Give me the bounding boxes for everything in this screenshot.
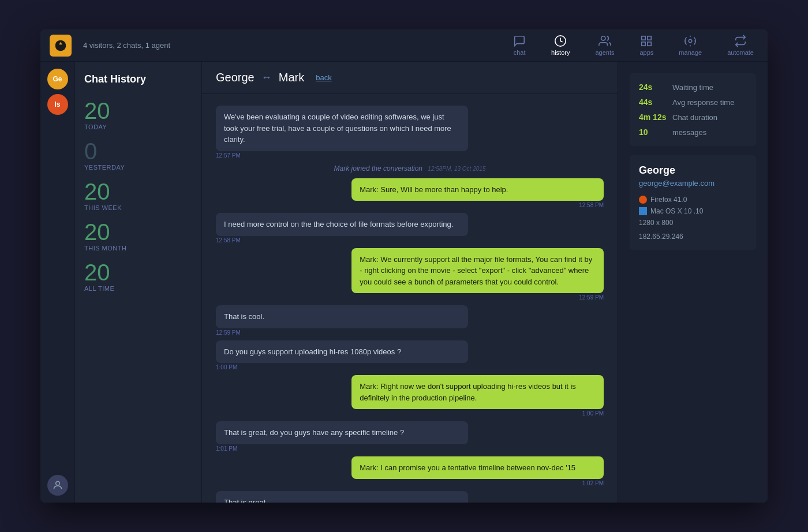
message-3: I need more control on the the choice of… bbox=[216, 213, 468, 243]
stat-duration-desc: Chat duration bbox=[672, 113, 717, 122]
stat-messages-desc: messages bbox=[672, 128, 706, 137]
stat-thisweek: 20 THIS WEEK bbox=[84, 180, 192, 211]
message-4: Mark: We currently support all the major… bbox=[351, 248, 604, 301]
message-4-time: 12:59 PM bbox=[351, 294, 604, 301]
chat-to-name: Mark bbox=[279, 71, 304, 84]
stat-thisweek-number: 20 bbox=[84, 180, 192, 203]
message-8-time: 1:01 PM bbox=[216, 445, 468, 452]
system-message-1-timestamp: 12:58PM, 13 Oct 2015 bbox=[428, 166, 485, 172]
message-7-time: 1:00 PM bbox=[351, 410, 604, 417]
message-5: That is cool. 12:59 PM bbox=[216, 305, 468, 336]
stat-alltime-number: 20 bbox=[84, 261, 192, 284]
app-window: 4 visitors, 2 chats, 1 agent chat histor… bbox=[40, 29, 768, 503]
message-10-text: That is great. bbox=[216, 491, 468, 503]
nav-item-history[interactable]: history bbox=[547, 32, 574, 58]
visitor-resolution: 1280 x 800 bbox=[639, 219, 747, 227]
stat-response-value: 44s bbox=[639, 98, 668, 107]
message-8-text: That is great, do you guys have any spec… bbox=[216, 421, 468, 444]
message-7-text: Mark: Right now we don't support uploadi… bbox=[351, 375, 604, 409]
nav-label-manage: manage bbox=[679, 49, 702, 56]
stat-waiting-value: 24s bbox=[639, 83, 668, 92]
message-5-time: 12:59 PM bbox=[216, 329, 468, 336]
visitor-card: George george@example.com Firefox 41.0 M… bbox=[630, 155, 756, 250]
top-bar: 4 visitors, 2 chats, 1 agent chat histor… bbox=[40, 29, 768, 62]
nav-item-manage[interactable]: manage bbox=[674, 32, 706, 58]
stat-today-label: TODAY bbox=[84, 123, 192, 130]
info-panel: 24s Waiting time 44s Avg response time 4… bbox=[618, 62, 768, 503]
stat-alltime: 20 ALL TIME bbox=[84, 261, 192, 292]
message-2-time: 12:58 PM bbox=[351, 202, 604, 208]
message-8: That is great, do you guys have any spec… bbox=[216, 421, 468, 452]
back-link[interactable]: back bbox=[316, 73, 331, 82]
user-icon[interactable] bbox=[47, 475, 68, 496]
history-sidebar: Chat History 20 TODAY 0 YESTERDAY 20 THI… bbox=[75, 62, 202, 503]
svg-rect-4 bbox=[648, 42, 651, 46]
stat-messages-value: 10 bbox=[639, 128, 668, 137]
os-icon bbox=[639, 207, 647, 215]
message-2: Mark: Sure, Will be more than happy to h… bbox=[351, 178, 604, 209]
stat-yesterday: 0 YESTERDAY bbox=[84, 140, 192, 171]
message-4-text: Mark: We currently support all the major… bbox=[351, 248, 604, 294]
icon-sidebar-bottom bbox=[47, 475, 68, 496]
stat-thismonth-label: THIS MONTH bbox=[84, 245, 192, 252]
chat-header: George ↔ Mark back bbox=[202, 62, 618, 94]
stat-duration-value: 4m 12s bbox=[639, 113, 668, 122]
logo[interactable] bbox=[50, 35, 72, 57]
stat-today: 20 TODAY bbox=[84, 99, 192, 130]
message-7: Mark: Right now we don't support uploadi… bbox=[351, 375, 604, 417]
svg-point-7 bbox=[55, 481, 59, 485]
stat-waiting: 24s Waiting time bbox=[639, 83, 747, 92]
avatar-ge[interactable]: Ge bbox=[47, 69, 68, 89]
visitor-email: george@example.com bbox=[639, 179, 747, 188]
chat-from-name: George bbox=[216, 71, 255, 84]
visitor-browser: Firefox 41.0 bbox=[639, 196, 747, 204]
nav-item-chat[interactable]: chat bbox=[508, 32, 530, 58]
nav-icons: chat history agents bbox=[508, 32, 758, 58]
stat-yesterday-number: 0 bbox=[84, 140, 192, 163]
system-message-1: Mark joined the conversation 12:58PM, 13… bbox=[216, 164, 604, 173]
stat-waiting-desc: Waiting time bbox=[672, 83, 713, 92]
svg-rect-5 bbox=[642, 42, 645, 46]
nav-label-apps: apps bbox=[640, 49, 654, 56]
icon-sidebar: Ge Is bbox=[40, 62, 75, 503]
message-1-time: 12:57 PM bbox=[216, 152, 468, 159]
chat-messages[interactable]: We've been evaluating a couple of video … bbox=[202, 94, 618, 503]
stat-thismonth: 20 THIS MONTH bbox=[84, 220, 192, 252]
message-5-text: That is cool. bbox=[216, 305, 468, 328]
avatar-is[interactable]: Is bbox=[47, 94, 68, 115]
visitor-info-text: 4 visitors, 2 chats, 1 agent bbox=[83, 41, 508, 50]
visitor-name: George bbox=[639, 164, 747, 177]
message-9-text: Mark: I can promise you a tentative time… bbox=[351, 456, 604, 479]
stat-alltime-label: ALL TIME bbox=[84, 285, 192, 292]
chat-area: George ↔ Mark back We've been evaluating… bbox=[202, 62, 618, 503]
message-1-text: We've been evaluating a couple of video … bbox=[216, 106, 468, 151]
message-3-time: 12:58 PM bbox=[216, 237, 468, 243]
stat-response: 44s Avg response time bbox=[639, 98, 747, 107]
stat-thisweek-label: THIS WEEK bbox=[84, 204, 192, 211]
stat-duration: 4m 12s Chat duration bbox=[639, 113, 747, 122]
message-3-text: I need more control on the the choice of… bbox=[216, 213, 468, 236]
stat-messages: 10 messages bbox=[639, 128, 747, 137]
message-9-time: 1:02 PM bbox=[351, 480, 604, 486]
message-6-time: 1:00 PM bbox=[216, 364, 468, 370]
stats-card: 24s Waiting time 44s Avg response time 4… bbox=[630, 73, 756, 146]
visitor-ip: 182.65.29.246 bbox=[639, 233, 747, 241]
svg-point-1 bbox=[601, 36, 605, 40]
svg-rect-2 bbox=[642, 36, 645, 40]
nav-item-agents[interactable]: agents bbox=[590, 32, 619, 58]
history-sidebar-title: Chat History bbox=[84, 73, 192, 85]
nav-label-agents: agents bbox=[595, 49, 614, 56]
stat-yesterday-label: YESTERDAY bbox=[84, 164, 192, 171]
svg-point-6 bbox=[689, 39, 692, 43]
browser-icon bbox=[639, 196, 647, 204]
message-9: Mark: I can promise you a tentative time… bbox=[351, 456, 604, 487]
message-6-text: Do you guys support uploading hi-res 108… bbox=[216, 340, 468, 364]
message-2-text: Mark: Sure, Will be more than happy to h… bbox=[351, 178, 604, 201]
message-1: We've been evaluating a couple of video … bbox=[216, 106, 468, 159]
nav-item-apps[interactable]: apps bbox=[635, 32, 659, 58]
stat-response-desc: Avg response time bbox=[672, 98, 734, 107]
nav-label-chat: chat bbox=[514, 49, 526, 56]
nav-label-history: history bbox=[551, 49, 570, 56]
main-layout: Ge Is Chat History 20 TODAY 0 YESTERDAY bbox=[40, 62, 768, 503]
nav-item-automate[interactable]: automate bbox=[723, 32, 758, 58]
